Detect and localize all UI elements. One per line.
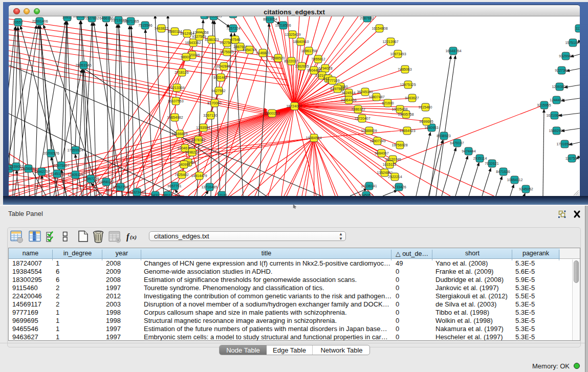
svg-text:10688609: 10688609 bbox=[361, 129, 377, 133]
svg-text:19384554: 19384554 bbox=[306, 136, 321, 140]
svg-text:1167534: 1167534 bbox=[565, 157, 579, 160]
svg-text:2522214: 2522214 bbox=[388, 175, 402, 179]
svg-text:17016504: 17016504 bbox=[556, 142, 572, 146]
svg-text:17957225: 17957225 bbox=[83, 177, 99, 181]
svg-text:17359924: 17359924 bbox=[67, 148, 83, 152]
svg-text:1244415: 1244415 bbox=[550, 98, 563, 102]
svg-text:2718126: 2718126 bbox=[175, 71, 188, 74]
svg-text:15900213: 15900213 bbox=[264, 112, 279, 115]
svg-text:9684067: 9684067 bbox=[375, 151, 388, 155]
svg-text:16671365: 16671365 bbox=[123, 19, 139, 23]
svg-text:2935114: 2935114 bbox=[473, 157, 487, 160]
svg-text:5878342: 5878342 bbox=[191, 138, 205, 142]
svg-text:10911: 10911 bbox=[62, 16, 72, 19]
svg-text:19756928: 19756928 bbox=[391, 143, 407, 147]
svg-text:98901: 98901 bbox=[181, 55, 191, 59]
svg-text:16107553: 16107553 bbox=[167, 99, 183, 103]
svg-text:1362635: 1362635 bbox=[295, 64, 309, 68]
svg-text:10975857: 10975857 bbox=[53, 164, 69, 167]
svg-text:15692971: 15692971 bbox=[549, 129, 564, 133]
svg-text:9245052: 9245052 bbox=[519, 187, 533, 191]
svg-text:36245140: 36245140 bbox=[357, 90, 373, 94]
svg-text:1640953: 1640953 bbox=[424, 126, 438, 129]
svg-text:2087682: 2087682 bbox=[360, 16, 374, 20]
svg-text:7625402: 7625402 bbox=[175, 173, 188, 177]
svg-text:10958127: 10958127 bbox=[98, 180, 114, 184]
svg-text:1527602: 1527602 bbox=[85, 16, 99, 20]
svg-text:16154808: 16154808 bbox=[372, 27, 387, 30]
svg-text:8186323: 8186323 bbox=[205, 38, 219, 41]
svg-text:9857791: 9857791 bbox=[167, 184, 181, 188]
svg-text:9329946: 9329946 bbox=[559, 54, 573, 58]
svg-text:6497508: 6497508 bbox=[330, 87, 344, 91]
svg-text:8938923: 8938923 bbox=[437, 134, 450, 138]
svg-text:14136141: 14136141 bbox=[361, 184, 377, 188]
svg-text:9245052: 9245052 bbox=[359, 193, 373, 196]
svg-text:9427552: 9427552 bbox=[211, 89, 225, 93]
svg-text:7485063: 7485063 bbox=[398, 68, 411, 71]
svg-text:18640910: 18640910 bbox=[293, 40, 309, 43]
svg-text:13325419: 13325419 bbox=[285, 33, 300, 36]
svg-text:9242848: 9242848 bbox=[216, 64, 230, 68]
svg-text:7632621: 7632621 bbox=[485, 162, 498, 165]
svg-text:16782759: 16782759 bbox=[112, 185, 128, 189]
svg-text:18724007: 18724007 bbox=[286, 104, 302, 108]
svg-text:13654923: 13654923 bbox=[399, 129, 415, 133]
svg-text:19218506: 19218506 bbox=[275, 24, 291, 27]
svg-text:3498222: 3498222 bbox=[185, 150, 199, 154]
svg-text:19166825: 19166825 bbox=[171, 132, 187, 136]
svg-text:16961758: 16961758 bbox=[301, 49, 317, 53]
svg-text:6479197: 6479197 bbox=[450, 141, 464, 145]
svg-text:12975125: 12975125 bbox=[400, 83, 416, 86]
svg-text:8322037: 8322037 bbox=[284, 59, 298, 63]
svg-text:7463822: 7463822 bbox=[154, 27, 168, 30]
svg-text:8454749: 8454749 bbox=[243, 48, 256, 52]
svg-text:10973493: 10973493 bbox=[390, 52, 406, 56]
svg-text:16033809: 16033809 bbox=[206, 16, 222, 18]
svg-text:19654982: 19654982 bbox=[167, 116, 183, 119]
svg-text:10807487: 10807487 bbox=[368, 95, 384, 99]
svg-text:7357224: 7357224 bbox=[226, 27, 240, 30]
svg-text:9431: 9431 bbox=[151, 193, 159, 196]
svg-text:15751074: 15751074 bbox=[565, 41, 580, 45]
svg-text:7955812: 7955812 bbox=[311, 57, 325, 61]
svg-text:16648764: 16648764 bbox=[445, 49, 461, 53]
svg-text:8031440: 8031440 bbox=[213, 76, 227, 79]
svg-text:1353594: 1353594 bbox=[196, 126, 210, 129]
svg-text:16543362: 16543362 bbox=[185, 41, 201, 45]
svg-text:3267130: 3267130 bbox=[203, 114, 217, 117]
svg-text:29053346: 29053346 bbox=[75, 63, 91, 67]
svg-text:9699695: 9699695 bbox=[419, 120, 433, 123]
svg-text:140994: 140994 bbox=[178, 163, 190, 166]
svg-text:13905115: 13905115 bbox=[68, 173, 83, 177]
svg-text:8170060: 8170060 bbox=[207, 101, 221, 105]
svg-text:14914479: 14914479 bbox=[191, 174, 207, 178]
svg-text:97546: 97546 bbox=[230, 38, 241, 41]
svg-text:12213967: 12213967 bbox=[382, 40, 398, 43]
svg-text:12093822: 12093822 bbox=[552, 85, 568, 89]
svg-text:3624514: 3624514 bbox=[341, 91, 355, 95]
svg-text:1112: 1112 bbox=[576, 27, 580, 30]
svg-text:15720407: 15720407 bbox=[354, 117, 370, 120]
svg-text:1588520: 1588520 bbox=[271, 56, 285, 60]
svg-text:8813054: 8813054 bbox=[263, 17, 277, 21]
svg-text:13716485: 13716485 bbox=[201, 185, 217, 189]
svg-text:7386322: 7386322 bbox=[351, 107, 365, 111]
svg-text:1733426: 1733426 bbox=[392, 185, 406, 189]
svg-text:621600: 621600 bbox=[382, 101, 394, 105]
svg-text:12213369: 12213369 bbox=[168, 86, 184, 90]
svg-text:9777169: 9777169 bbox=[325, 79, 339, 82]
svg-text:10654112: 10654112 bbox=[507, 178, 523, 182]
svg-text:18907249: 18907249 bbox=[369, 139, 385, 143]
svg-text:7515546: 7515546 bbox=[138, 24, 152, 27]
svg-text:16210643: 16210643 bbox=[546, 114, 562, 117]
svg-text:(x): (x) bbox=[130, 234, 137, 240]
svg-text:13495758: 13495758 bbox=[398, 113, 413, 116]
svg-text:20206576: 20206576 bbox=[43, 151, 59, 155]
svg-text:9146821: 9146821 bbox=[256, 51, 270, 55]
svg-text:1615112: 1615112 bbox=[383, 163, 397, 166]
svg-text:3215955: 3215955 bbox=[537, 103, 551, 107]
svg-text:1145190: 1145190 bbox=[51, 172, 64, 176]
svg-text:77120: 77120 bbox=[217, 193, 227, 196]
svg-text:9227341: 9227341 bbox=[555, 69, 569, 72]
